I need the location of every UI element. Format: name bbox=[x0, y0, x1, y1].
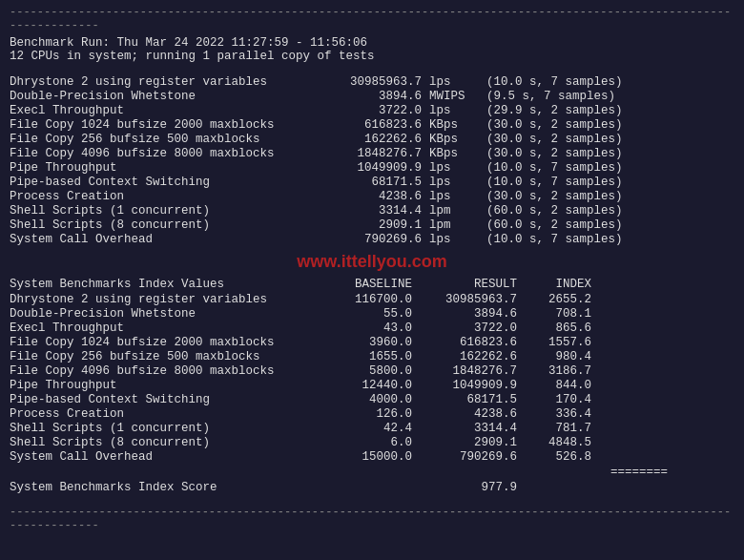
bm-value: 2909.1 bbox=[315, 218, 429, 232]
idx-row-name: Process Creation bbox=[10, 407, 315, 421]
idx-row-name: Shell Scripts (1 concurrent) bbox=[10, 422, 315, 435]
bm-info: (29.9 s, 2 samples) bbox=[486, 104, 623, 117]
idx-row-index: 980.4 bbox=[525, 350, 591, 363]
idx-row-name: Execl Throughput bbox=[10, 321, 315, 335]
index-header-result: RESULT bbox=[420, 278, 525, 291]
bm-name: Execl Throughput bbox=[10, 104, 315, 117]
separator-bottom: ----------------------------------------… bbox=[10, 506, 734, 532]
index-row: Dhrystone 2 using register variables1167… bbox=[10, 293, 734, 306]
idx-row-baseline: 12440.0 bbox=[315, 379, 420, 392]
benchmark-row: Pipe Throughput1049909.9lps(10.0 s, 7 sa… bbox=[10, 161, 734, 175]
index-rows: Dhrystone 2 using register variables1167… bbox=[10, 293, 734, 464]
bm-unit: lpm bbox=[429, 218, 486, 232]
bm-info: (10.0 s, 7 samples) bbox=[486, 75, 623, 89]
idx-row-baseline: 5800.0 bbox=[315, 364, 420, 378]
benchmark-list: Dhrystone 2 using register variables3098… bbox=[10, 75, 734, 246]
bm-info: (10.0 s, 7 samples) bbox=[486, 233, 623, 246]
bm-value: 1848276.7 bbox=[315, 147, 429, 160]
bm-unit: KBps bbox=[429, 133, 486, 146]
benchmark-row: Double-Precision Whetstone3894.6MWIPS(9.… bbox=[10, 90, 734, 103]
index-row: Shell Scripts (1 concurrent)42.43314.478… bbox=[10, 422, 734, 435]
idx-row-name: File Copy 1024 bufsize 2000 maxblocks bbox=[10, 336, 315, 349]
bm-value: 790269.6 bbox=[315, 233, 429, 246]
index-row: Execl Throughput43.03722.0865.6 bbox=[10, 321, 734, 335]
idx-row-result: 2909.1 bbox=[420, 436, 525, 449]
idx-row-index: 4848.5 bbox=[525, 436, 591, 449]
idx-row-name: File Copy 4096 bufsize 8000 maxblocks bbox=[10, 364, 315, 378]
bm-name: Double-Precision Whetstone bbox=[10, 90, 315, 103]
index-header-index: INDEX bbox=[525, 278, 591, 291]
bm-unit: KBps bbox=[429, 147, 486, 160]
idx-row-index: 781.7 bbox=[525, 422, 591, 435]
watermark: www.ittellyou.com bbox=[10, 252, 734, 272]
idx-row-index: 526.8 bbox=[525, 450, 591, 464]
benchmark-row: Shell Scripts (1 concurrent)3314.4lpm(60… bbox=[10, 204, 734, 218]
bm-info: (30.0 s, 2 samples) bbox=[486, 147, 623, 160]
bm-info: (10.0 s, 7 samples) bbox=[486, 161, 623, 175]
idx-row-baseline: 1655.0 bbox=[315, 350, 420, 363]
bm-info: (60.0 s, 2 samples) bbox=[486, 204, 623, 218]
bm-info: (9.5 s, 7 samples) bbox=[486, 90, 615, 103]
idx-row-result: 4238.6 bbox=[420, 407, 525, 421]
benchmark-row: File Copy 256 bufsize 500 maxblocks16226… bbox=[10, 133, 734, 146]
idx-row-result: 3894.6 bbox=[420, 307, 525, 321]
bm-value: 4238.6 bbox=[315, 190, 429, 203]
idx-row-result: 30985963.7 bbox=[420, 293, 525, 306]
index-row: Shell Scripts (8 concurrent)6.02909.1484… bbox=[10, 436, 734, 449]
idx-row-result: 1848276.7 bbox=[420, 364, 525, 378]
idx-row-baseline: 3960.0 bbox=[315, 336, 420, 349]
bm-name: System Call Overhead bbox=[10, 233, 315, 246]
index-row: File Copy 1024 bufsize 2000 maxblocks396… bbox=[10, 336, 734, 349]
index-row: Double-Precision Whetstone55.03894.6708.… bbox=[10, 307, 734, 321]
idx-row-name: Dhrystone 2 using register variables bbox=[10, 293, 315, 306]
score-line: System Benchmarks Index Score 977.9 bbox=[10, 481, 734, 494]
header-section: Benchmark Run: Thu Mar 24 2022 11:27:59 … bbox=[10, 36, 734, 63]
idx-row-baseline: 55.0 bbox=[315, 307, 420, 321]
idx-row-index: 844.0 bbox=[525, 379, 591, 392]
index-row: Pipe Throughput12440.01049909.9844.0 bbox=[10, 379, 734, 392]
benchmark-row: Execl Throughput3722.0lps(29.9 s, 2 samp… bbox=[10, 104, 734, 117]
bm-value: 3314.4 bbox=[315, 204, 429, 218]
index-header-name: System Benchmarks Index Values bbox=[10, 278, 315, 291]
header-line2: 12 CPUs in system; running 1 parallel co… bbox=[10, 50, 734, 63]
idx-row-name: Pipe-based Context Switching bbox=[10, 393, 315, 406]
bm-info: (10.0 s, 7 samples) bbox=[486, 176, 623, 189]
bm-value: 616823.6 bbox=[315, 118, 429, 132]
index-row: Process Creation126.04238.6336.4 bbox=[10, 407, 734, 421]
benchmark-row: Dhrystone 2 using register variables3098… bbox=[10, 75, 734, 89]
idx-row-name: File Copy 256 bufsize 500 maxblocks bbox=[10, 350, 315, 363]
idx-row-name: Shell Scripts (8 concurrent) bbox=[10, 436, 315, 449]
idx-row-baseline: 116700.0 bbox=[315, 293, 420, 306]
bm-unit: lpm bbox=[429, 204, 486, 218]
idx-row-baseline: 43.0 bbox=[315, 321, 420, 335]
bm-name: File Copy 1024 bufsize 2000 maxblocks bbox=[10, 118, 315, 132]
idx-row-baseline: 42.4 bbox=[315, 422, 420, 435]
idx-row-index: 1557.6 bbox=[525, 336, 591, 349]
equals-line: ======== bbox=[10, 466, 734, 479]
index-row: System Call Overhead15000.0790269.6526.8 bbox=[10, 450, 734, 464]
idx-row-index: 2655.2 bbox=[525, 293, 591, 306]
idx-row-index: 708.1 bbox=[525, 307, 591, 321]
idx-row-result: 3722.0 bbox=[420, 321, 525, 335]
idx-row-name: Pipe Throughput bbox=[10, 379, 315, 392]
idx-row-result: 162262.6 bbox=[420, 350, 525, 363]
idx-row-index: 336.4 bbox=[525, 407, 591, 421]
benchmark-row: Shell Scripts (8 concurrent)2909.1lpm(60… bbox=[10, 218, 734, 232]
bm-value: 3894.6 bbox=[315, 90, 429, 103]
benchmark-row: File Copy 1024 bufsize 2000 maxblocks616… bbox=[10, 118, 734, 132]
bm-name: File Copy 4096 bufsize 8000 maxblocks bbox=[10, 147, 315, 160]
index-header-baseline: BASELINE bbox=[315, 278, 420, 291]
score-label: System Benchmarks Index Score bbox=[10, 481, 420, 494]
bm-info: (30.0 s, 2 samples) bbox=[486, 118, 623, 132]
separator-top: ----------------------------------------… bbox=[10, 6, 734, 32]
idx-row-name: System Call Overhead bbox=[10, 450, 315, 464]
idx-row-index: 865.6 bbox=[525, 321, 591, 335]
idx-row-result: 616823.6 bbox=[420, 336, 525, 349]
bm-value: 68171.5 bbox=[315, 176, 429, 189]
bm-unit: lps bbox=[429, 104, 486, 117]
bm-unit: lps bbox=[429, 233, 486, 246]
bm-info: (30.0 s, 2 samples) bbox=[486, 133, 623, 146]
idx-row-baseline: 126.0 bbox=[315, 407, 420, 421]
idx-row-result: 1049909.9 bbox=[420, 379, 525, 392]
benchmark-row: File Copy 4096 bufsize 8000 maxblocks184… bbox=[10, 147, 734, 160]
